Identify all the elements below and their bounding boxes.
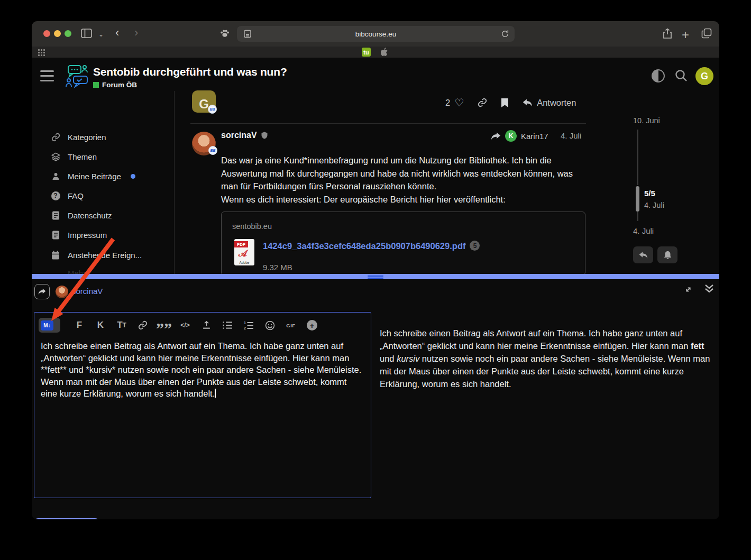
minimize-window-button[interactable]	[54, 30, 61, 37]
pdf-filesize: 9.32 MB	[263, 263, 292, 272]
shield-icon	[261, 132, 268, 139]
close-window-button[interactable]	[43, 30, 50, 37]
reply-indicator[interactable]: K Karin17	[491, 130, 548, 142]
bold-button[interactable]: F	[74, 318, 85, 332]
timeline-reply-button[interactable]	[633, 246, 653, 263]
reader-page-icon[interactable]	[243, 30, 252, 38]
timeline-track[interactable]	[637, 212, 638, 221]
safari-window: ⌄ ‹ › bibcourse.eu	[32, 21, 719, 519]
post-date[interactable]: 4. Juli	[561, 131, 581, 140]
emoji-button[interactable]	[264, 318, 275, 332]
svg-text:2: 2	[244, 326, 246, 330]
text-cursor	[215, 389, 216, 398]
tu-favicon[interactable]: tu	[362, 48, 371, 57]
markdown-toggle-button[interactable]: M↓	[39, 318, 60, 333]
share-icon[interactable]	[663, 28, 672, 39]
current-user-avatar[interactable]: G	[695, 67, 713, 85]
timeline-progress: 5/5	[644, 189, 655, 198]
calendar-icon	[51, 251, 60, 260]
numbered-list-button[interactable]: 1 2	[243, 318, 254, 332]
timeline-scrubber[interactable]	[636, 186, 639, 212]
bookmark-icon[interactable]	[501, 98, 509, 108]
favorites-grid-icon[interactable]	[38, 49, 45, 56]
like-button[interactable]: 2 ♡	[445, 96, 464, 109]
timeline-progress-date: 4. Juli	[644, 201, 664, 209]
paw-extension-icon[interactable]	[219, 28, 230, 39]
topic-title[interactable]: Sentobib durchgeführt und was nun?	[93, 66, 287, 78]
composer-author-name[interactable]: sorcinaV	[72, 287, 103, 296]
bb-flair-badge: BB	[208, 105, 217, 114]
reload-icon[interactable]	[501, 30, 509, 38]
address-bar[interactable]: bibcourse.eu	[237, 26, 515, 42]
document-icon	[51, 231, 60, 240]
svg-text:1: 1	[244, 321, 246, 325]
reply-action-button[interactable]: Antworten	[523, 98, 576, 108]
apple-favicon[interactable]	[381, 48, 389, 57]
back-button[interactable]: ‹	[115, 27, 119, 39]
sidebar-item-impressum[interactable]: Impressum	[51, 228, 107, 241]
hyperlink-button[interactable]	[138, 318, 148, 332]
search-icon[interactable]	[674, 69, 688, 82]
timeline-track[interactable]	[637, 130, 638, 185]
submit-reply-button[interactable]: Antworten	[34, 518, 99, 519]
more-options-button[interactable]: +	[307, 318, 317, 332]
bullet-list-button[interactable]	[222, 318, 233, 332]
forward-arrow-icon	[491, 132, 501, 141]
composer-preview: Ich schreibe einen Beitrag als Antwort a…	[380, 327, 717, 390]
composer-editor[interactable]: M↓ F K TT ”” </>	[34, 312, 371, 498]
pdf-link[interactable]: 1424c9_3a4f3e3cefc648eda25b0907b6490629.…	[263, 241, 480, 251]
copy-link-icon[interactable]	[478, 98, 487, 107]
gif-button[interactable]: GIF	[286, 318, 296, 332]
category-badge[interactable]: Forum ÖB	[93, 81, 137, 89]
text-size-button[interactable]: TT	[116, 318, 127, 332]
composer-drag-handle[interactable]	[32, 274, 719, 279]
post-divider	[190, 123, 586, 124]
new-tab-icon[interactable]: +	[682, 27, 689, 42]
collapse-left-icon[interactable]: «	[703, 518, 711, 519]
url-text: bibcourse.eu	[355, 30, 396, 38]
sidebar-item-anstehende-ereignisse[interactable]: Anstehende Ereign...	[51, 249, 142, 261]
forward-button[interactable]: ›	[134, 27, 138, 39]
forum-logo[interactable]	[65, 64, 90, 88]
onebox-site[interactable]: sentobib.eu	[232, 222, 272, 231]
upload-button[interactable]	[201, 318, 212, 332]
zoom-window-button[interactable]	[65, 30, 71, 37]
heart-icon: ♡	[454, 96, 464, 109]
reply-arrow-icon	[523, 98, 533, 107]
forward-arrow-icon	[38, 288, 46, 295]
sidebar-item-faq[interactable]: ? FAQ	[51, 189, 84, 202]
post-actions-row: 2 ♡ Antworten	[445, 96, 576, 109]
pdf-file-icon: PDF 𝒜 Adobe	[234, 239, 254, 265]
post-body: Das war ja eine Kund*innenbefragung rund…	[221, 154, 587, 206]
code-button[interactable]: </>	[180, 318, 190, 332]
hamburger-menu-icon[interactable]	[40, 70, 54, 81]
sidebar-item-datenschutz[interactable]: Datenschutz	[51, 209, 112, 222]
post-paragraph: Wenn es dich interessiert: Der europäisc…	[221, 193, 587, 206]
sidebar-item-meine-beitraege[interactable]: Meine Beiträge	[51, 170, 135, 182]
composer-author-avatar	[56, 286, 68, 298]
timeline-bottom-date[interactable]: 4. Juli	[633, 226, 654, 235]
contrast-toggle-icon[interactable]	[652, 69, 665, 82]
sidebar-item-kategorien[interactable]: Kategorien	[51, 131, 106, 143]
collapse-down-icon[interactable]	[704, 283, 714, 294]
fullscreen-icon[interactable]	[683, 284, 693, 295]
sidebar-item-themen[interactable]: Themen	[51, 150, 97, 163]
sidebar-toggle-icon[interactable]	[81, 29, 92, 38]
composer-panel: sorcinaV M↓ F K TT	[32, 279, 719, 519]
post-author-name[interactable]: sorcinaV	[221, 131, 257, 140]
blockquote-button[interactable]: ””	[159, 318, 169, 332]
pdf-onebox: sentobib.eu PDF 𝒜 Adobe 1424c9_3a4f3e3ce…	[221, 212, 585, 276]
italic-button[interactable]: K	[95, 318, 106, 332]
markdown-icon: M↓	[41, 320, 53, 331]
timeline-top-date[interactable]: 10. Juni	[633, 116, 660, 125]
tab-overview-icon[interactable]	[701, 28, 712, 39]
user-icon	[51, 172, 60, 181]
reply-arrow-icon	[639, 251, 648, 259]
composer-text-input[interactable]: Ich schreibe einen Beitrag als Antwort a…	[41, 340, 364, 400]
composer-jump-button[interactable]	[34, 284, 50, 299]
composer-toolbar: M↓ F K TT ”” </>	[39, 318, 317, 333]
chevron-down-icon[interactable]: ⌄	[98, 31, 104, 38]
sidebar: Kategorien Themen Meine Beiträge	[32, 91, 175, 274]
notification-bell-button[interactable]	[657, 246, 677, 263]
link-icon	[51, 133, 60, 142]
